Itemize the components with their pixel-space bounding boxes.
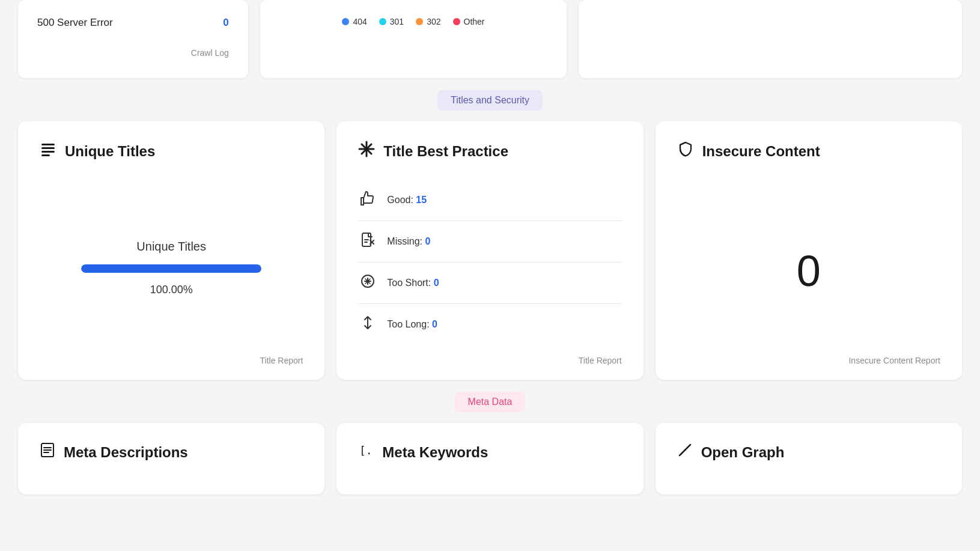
bp-too-long-text: Too Long: 0 bbox=[387, 319, 437, 330]
arrows-icon bbox=[358, 273, 377, 293]
title-best-practice-icon bbox=[358, 141, 375, 162]
unique-titles-content: Unique Titles 100.00% bbox=[40, 180, 303, 356]
unique-titles-footer-link[interactable]: Title Report bbox=[40, 356, 303, 365]
bp-too-short-text: Too Short: 0 bbox=[387, 278, 439, 288]
insecure-content-header: Insecure Content bbox=[677, 141, 940, 162]
meta-descriptions-card: Meta Descriptions bbox=[18, 423, 324, 495]
legend-item-other: Other bbox=[453, 17, 485, 26]
bp-item-too-long: Too Long: 0 bbox=[358, 304, 621, 345]
title-best-practice-footer-link[interactable]: Title Report bbox=[358, 356, 621, 365]
meta-data-section-label: Meta Data bbox=[18, 392, 962, 412]
bp-item-missing: Missing: 0 bbox=[358, 221, 621, 263]
unique-titles-card: Unique Titles Unique Titles 100.00% Titl… bbox=[18, 121, 324, 380]
bp-good-text: Good: 15 bbox=[387, 195, 427, 205]
bp-missing-text: Missing: 0 bbox=[387, 236, 430, 247]
bp-good-value: 15 bbox=[416, 195, 427, 205]
legend-item-404: 404 bbox=[342, 17, 367, 26]
meta-descriptions-title: Meta Descriptions bbox=[64, 444, 188, 461]
insecure-content-title: Insecure Content bbox=[702, 143, 820, 160]
unique-titles-icon bbox=[40, 141, 56, 162]
server-error-count: 0 bbox=[223, 17, 228, 29]
unique-titles-content-label: Unique Titles bbox=[136, 240, 206, 254]
meta-descriptions-header: Meta Descriptions bbox=[40, 442, 303, 462]
legend-dot-other bbox=[453, 18, 460, 25]
legend-label-301: 301 bbox=[390, 17, 404, 26]
meta-keywords-header: [..] Meta Keywords bbox=[358, 442, 621, 462]
insecure-content-footer-link[interactable]: Insecure Content Report bbox=[677, 356, 940, 365]
thumbs-up-icon bbox=[358, 190, 377, 210]
shield-icon bbox=[677, 141, 694, 162]
meta-keywords-title: Meta Keywords bbox=[382, 444, 488, 461]
legend-label-other: Other bbox=[464, 17, 485, 26]
meta-descriptions-icon bbox=[40, 442, 55, 462]
svg-rect-2 bbox=[41, 151, 55, 153]
unique-titles-pct: 100.00% bbox=[150, 284, 193, 296]
title-best-practice-card: Title Best Practice Good: 15 bbox=[336, 121, 643, 380]
file-missing-icon bbox=[358, 232, 377, 251]
open-graph-title: Open Graph bbox=[701, 444, 785, 461]
bp-item-good: Good: 15 bbox=[358, 180, 621, 221]
open-graph-icon bbox=[677, 442, 693, 462]
unique-titles-header: Unique Titles bbox=[40, 141, 303, 162]
crawl-log-link[interactable]: Crawl Log bbox=[37, 48, 229, 58]
insecure-content-body: 0 bbox=[677, 180, 940, 356]
bp-missing-value: 0 bbox=[425, 236, 430, 246]
unique-titles-progress-fill bbox=[81, 264, 261, 273]
legend-dot-302 bbox=[416, 18, 423, 25]
svg-rect-3 bbox=[41, 154, 50, 156]
title-best-practice-header: Title Best Practice bbox=[358, 141, 621, 162]
chart-legend: 404 301 302 Other bbox=[342, 17, 484, 26]
arrow-updown-icon bbox=[358, 315, 377, 334]
titles-security-badge: Titles and Security bbox=[437, 90, 543, 111]
title-best-practice-title: Title Best Practice bbox=[383, 143, 508, 160]
legend-label-302: 302 bbox=[427, 17, 440, 26]
svg-text:[..]: [..] bbox=[359, 444, 374, 457]
open-graph-header: Open Graph bbox=[677, 442, 940, 462]
bp-item-too-short: Too Short: 0 bbox=[358, 263, 621, 304]
legend-dot-301 bbox=[379, 18, 386, 25]
unique-titles-title: Unique Titles bbox=[65, 143, 155, 160]
svg-rect-1 bbox=[41, 147, 55, 149]
insecure-content-card: Insecure Content 0 Insecure Content Repo… bbox=[656, 121, 962, 380]
svg-rect-0 bbox=[41, 144, 55, 145]
meta-data-badge: Meta Data bbox=[455, 392, 526, 412]
server-error-label: 500 Server Error bbox=[37, 17, 113, 29]
legend-dot-404 bbox=[342, 18, 349, 25]
unique-titles-progress-bar bbox=[81, 264, 261, 273]
titles-security-section-label: Titles and Security bbox=[18, 90, 962, 111]
meta-keywords-icon: [..] bbox=[358, 442, 374, 462]
legend-item-302: 302 bbox=[416, 17, 440, 26]
legend-label-404: 404 bbox=[353, 17, 367, 26]
meta-keywords-card: [..] Meta Keywords bbox=[336, 423, 643, 495]
legend-item-301: 301 bbox=[379, 17, 404, 26]
insecure-content-count: 0 bbox=[797, 249, 821, 293]
best-practice-list: Good: 15 Missin bbox=[358, 180, 621, 356]
open-graph-card: Open Graph bbox=[656, 423, 962, 495]
bp-too-long-value: 0 bbox=[432, 319, 437, 329]
bp-too-short-value: 0 bbox=[434, 278, 439, 288]
